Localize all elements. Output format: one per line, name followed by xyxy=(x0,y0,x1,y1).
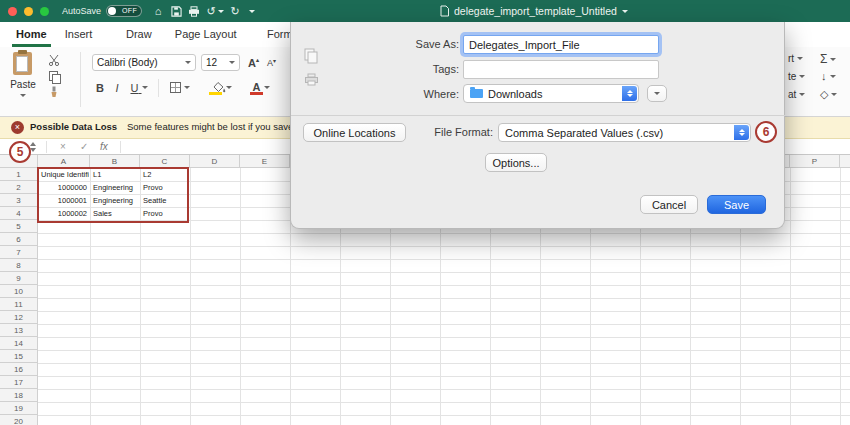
options-button[interactable]: Options... xyxy=(485,153,547,172)
gridline-h xyxy=(38,350,850,351)
tags-input[interactable] xyxy=(463,60,659,79)
format-cells-button-partial[interactable]: at xyxy=(788,89,805,100)
document-title: delegate_import_template_Untitled xyxy=(454,5,617,17)
save-as-input[interactable] xyxy=(463,35,659,54)
gridline-h xyxy=(38,233,850,234)
font-size-select[interactable]: 12 xyxy=(201,54,240,71)
undo-icon[interactable]: ↺ xyxy=(204,0,218,22)
file-format-value: Comma Separated Values (.csv) xyxy=(505,127,663,139)
warning-icon: × xyxy=(11,121,24,134)
gridline-h xyxy=(38,389,850,390)
undo-caret-icon[interactable] xyxy=(217,0,225,22)
delete-cells-button-partial[interactable]: te xyxy=(788,71,805,82)
insert-cells-button-partial[interactable]: rt xyxy=(788,53,803,64)
font-name-value: Calibri (Body) xyxy=(97,57,185,68)
autosum-button[interactable]: Σ xyxy=(820,52,836,66)
row-header-11[interactable]: 11 xyxy=(0,298,38,311)
printer-icon xyxy=(304,72,319,90)
fill-color-bar xyxy=(209,92,222,95)
step-badge-6: 6 xyxy=(755,121,777,143)
document-title-area[interactable]: delegate_import_template_Untitled xyxy=(440,0,628,22)
expand-dialog-button[interactable] xyxy=(647,85,667,102)
row-header-16[interactable]: 16 xyxy=(0,363,38,376)
toolbar-options-chevron-icon[interactable] xyxy=(246,0,258,22)
save-dialog: Save As: Tags: Where: Downloads Online L… xyxy=(290,22,785,229)
sigma-icon: Σ xyxy=(820,52,827,66)
print-icon[interactable] xyxy=(186,0,202,22)
excel-window: AutoSave OFF ⌂ ↺ ↻ delegate_import_templ… xyxy=(0,0,850,425)
tab-home[interactable]: Home xyxy=(12,22,51,47)
minimize-window-button[interactable] xyxy=(24,7,33,16)
fill-down-button[interactable]: ↓ xyxy=(821,70,836,82)
paste-label: Paste xyxy=(4,79,42,90)
cancel-button[interactable]: Cancel xyxy=(640,195,698,214)
clear-button[interactable]: ◇ xyxy=(820,88,837,101)
chevron-down-icon xyxy=(654,92,660,95)
row-header-5[interactable]: 5 xyxy=(0,220,38,233)
redo-icon[interactable]: ↻ xyxy=(228,0,242,22)
cut-button[interactable] xyxy=(46,53,62,67)
gridline-h xyxy=(38,402,850,403)
column-header-D[interactable]: D xyxy=(190,155,240,168)
gridline-h xyxy=(38,259,850,260)
home-icon[interactable]: ⌂ xyxy=(150,0,166,22)
tab-draw[interactable]: Draw xyxy=(122,22,156,47)
decrease-font-button[interactable]: A▾ xyxy=(263,54,280,71)
row-header-19[interactable]: 19 xyxy=(0,402,38,415)
column-header-Q[interactable]: Q xyxy=(840,155,850,168)
tab-insert[interactable]: Insert xyxy=(61,22,97,47)
save-as-label: Save As: xyxy=(359,38,459,50)
warning-message: Some features might be lost if you save … xyxy=(127,121,306,132)
row-header-7[interactable]: 7 xyxy=(0,246,38,259)
zoom-window-button[interactable] xyxy=(40,7,49,16)
online-locations-button[interactable]: Online Locations xyxy=(303,123,406,142)
row-header-3[interactable]: 3 xyxy=(0,194,38,207)
file-format-label: File Format: xyxy=(393,126,493,138)
font-name-select[interactable]: Calibri (Body) xyxy=(92,54,196,71)
column-header-E[interactable]: E xyxy=(240,155,290,168)
font-color-button[interactable]: A xyxy=(246,77,276,97)
row-header-12[interactable]: 12 xyxy=(0,311,38,324)
row-header-13[interactable]: 13 xyxy=(0,324,38,337)
where-value: Downloads xyxy=(488,88,542,100)
cancel-entry-icon[interactable]: × xyxy=(60,139,66,155)
increase-font-button[interactable]: A▴ xyxy=(245,54,262,71)
row-header-8[interactable]: 8 xyxy=(0,259,38,272)
row-header-10[interactable]: 10 xyxy=(0,285,38,298)
file-format-stepper xyxy=(734,125,749,140)
title-chevron-icon xyxy=(622,10,628,13)
save-icon[interactable] xyxy=(168,0,184,22)
gridline-h xyxy=(38,298,850,299)
row-header-2[interactable]: 2 xyxy=(0,181,38,194)
fx-icon[interactable]: fx xyxy=(100,139,108,155)
autosave-toggle[interactable]: OFF xyxy=(106,5,142,17)
row-header-18[interactable]: 18 xyxy=(0,389,38,402)
row-header-20[interactable]: 20 xyxy=(0,415,38,425)
fill-color-button[interactable] xyxy=(206,77,238,97)
format-painter-button[interactable] xyxy=(46,85,62,99)
file-format-select[interactable]: Comma Separated Values (.csv) xyxy=(498,123,751,142)
row-header-14[interactable]: 14 xyxy=(0,337,38,350)
close-window-button[interactable] xyxy=(8,7,17,16)
paint-bucket-icon xyxy=(213,82,226,93)
autosave-state: OFF xyxy=(122,7,137,14)
paste-caret-icon xyxy=(20,94,26,97)
borders-button[interactable] xyxy=(166,79,194,96)
clear-icon: ◇ xyxy=(820,88,828,101)
bold-button[interactable]: B xyxy=(92,79,108,96)
column-header-P[interactable]: P xyxy=(790,155,840,168)
copy-button[interactable] xyxy=(46,69,62,83)
row-header-17[interactable]: 17 xyxy=(0,376,38,389)
tab-page-layout[interactable]: Page Layout xyxy=(171,22,241,47)
row-header-1[interactable]: 1 xyxy=(0,168,38,181)
save-button[interactable]: Save xyxy=(707,195,766,214)
row-header-6[interactable]: 6 xyxy=(0,233,38,246)
row-header-9[interactable]: 9 xyxy=(0,272,38,285)
confirm-entry-icon[interactable]: ✓ xyxy=(80,139,88,155)
where-select[interactable]: Downloads xyxy=(463,84,639,103)
underline-button[interactable]: U xyxy=(126,79,152,96)
row-header-15[interactable]: 15 xyxy=(0,350,38,363)
folder-icon xyxy=(470,89,483,98)
italic-button[interactable]: I xyxy=(110,79,124,96)
row-header-4[interactable]: 4 xyxy=(0,207,38,220)
